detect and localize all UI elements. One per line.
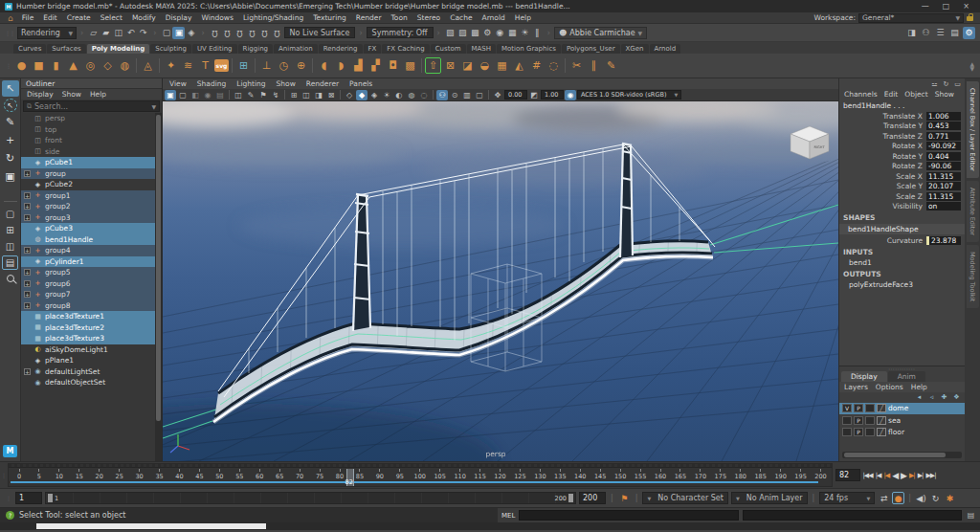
gamma-icon[interactable]: ◩ [528,90,540,100]
attribute-value-field[interactable]: -90.06 [926,162,961,170]
expand-toggle[interactable] [24,137,31,144]
outliner-item[interactable]: ▦ place3dTexture1 [21,311,155,322]
poly-cone-icon[interactable]: ▲ [65,57,81,74]
outliner-scrollbar[interactable] [155,113,162,461]
field-chart-icon[interactable]: ▥ [461,90,473,100]
expand-toggle[interactable] [24,357,31,364]
range-end-handle[interactable] [568,494,573,502]
expand-toggle[interactable] [24,148,31,155]
paint-selection-tool[interactable]: ✎ [2,114,19,130]
channel-attribute-row[interactable]: Rotate X -90.092 [839,142,965,152]
layer-tab-anim[interactable]: Anim [888,371,925,382]
attribute-name[interactable]: Scale Z [896,192,923,201]
use-lighting-icon[interactable]: ☀ [381,90,392,100]
menu-texturing[interactable]: Texturing [308,13,351,22]
outliner-search-input[interactable]: ⧉ Search... ▼ [23,100,160,112]
outliner-item[interactable]: ▦ place3dTexture2 [21,322,155,334]
image-plane-icon[interactable]: ▤ [214,90,226,100]
layout-single-icon[interactable]: ⊞ [288,90,300,100]
camera-attributes-icon[interactable]: ◧ [189,90,201,100]
auto-keyframe-toggle-icon[interactable]: ● [892,492,904,504]
layout-two-pane-button[interactable]: ◫ [2,239,18,254]
layer-menu-layers[interactable]: Layers [844,383,868,391]
shelf-tab-sculpting[interactable]: Sculpting [150,44,191,54]
sidebar-settings-icon[interactable]: ⚙ [963,27,975,39]
field-pop-icon[interactable]: ↯ [270,90,281,100]
user-account-chip[interactable]: ☻ Abbie Carmichae ▼ [554,27,647,39]
channel-attribute-row[interactable]: Curvature 23.878 [839,235,965,246]
cb-menu-object[interactable]: Object [904,90,927,99]
menu-render[interactable]: Render [351,13,387,22]
outliner-item[interactable]: ◫ side [21,146,155,158]
mel-label[interactable]: MEL [501,512,515,520]
render-view-icon[interactable]: ▧ [444,27,457,39]
shelf-tab-polygons-user[interactable]: Polygons_User [562,44,620,54]
move-layer-down-icon[interactable]: ◃ [927,393,936,402]
expand-toggle[interactable]: + [24,368,31,375]
channel-attribute-row[interactable]: Rotate Z -90.06 [839,162,965,172]
snap-to-grids-icon[interactable]: Ω [209,27,221,39]
attribute-name[interactable]: Scale X [896,172,923,181]
light-editor-icon[interactable]: ☀ [519,27,531,39]
workspace-lock-icon[interactable] [967,16,973,21]
panel-menu-lighting[interactable]: Lighting [236,79,265,88]
expand-toggle[interactable]: + [24,280,31,287]
outliner-item[interactable]: + + group8 [21,300,155,312]
filter-icon[interactable]: ▼ [151,103,156,110]
render-settings-icon[interactable]: ⚙ [481,27,494,39]
range-slider[interactable]: 1 200 [45,492,576,504]
range-start-handle[interactable] [48,494,53,502]
attribute-value-field[interactable]: 20.107 [926,182,961,190]
expand-toggle[interactable] [24,236,31,243]
expand-toggle[interactable]: + [24,247,31,254]
attribute-value-field[interactable]: 11.315 [926,192,961,201]
shelf-tab-custom[interactable]: Custom [431,44,466,54]
menu-arnold[interactable]: Arnold [478,13,510,22]
channel-attribute-row[interactable]: Scale Z 11.315 [839,191,965,202]
channel-attribute-row[interactable]: Scale Y 20.107 [839,182,965,192]
home-icon[interactable]: ⌂ [8,13,13,23]
attribute-value-field[interactable]: 0.771 [926,132,961,141]
timeline-track[interactable]: 0510152025303540455055606570758085909510… [8,463,833,487]
layer-row[interactable]: P ╱ floor [839,427,965,439]
modeling-toolkit-toggle-icon[interactable]: ▤ [948,27,961,39]
play-forwards-button[interactable]: ▶ [900,471,908,480]
expand-toggle[interactable] [24,159,31,166]
lasso-tool[interactable]: ↖ [4,99,17,112]
poly-plane-icon[interactable]: ◇ [100,57,116,74]
menu-cache[interactable]: Cache [445,13,477,22]
menu-stereo[interactable]: Stereo [412,13,445,22]
outliner-item[interactable]: ◈ pCube2 [21,179,155,190]
expand-toggle[interactable]: + [24,192,31,199]
outliner-item[interactable]: ◫ front [21,135,155,146]
new-empty-layer-icon[interactable]: ✚ [940,393,948,402]
tab-modeling-toolkit[interactable]: Modeling Toolkit [967,245,979,308]
layout-outliner-persp-button[interactable]: ▤ [2,255,18,270]
layer-tab-display[interactable]: Display [841,371,887,382]
mirror-icon[interactable]: ⊠ [442,57,458,74]
attribute-name[interactable]: Rotate X [892,142,923,150]
attribute-value-field[interactable]: 1.006 [926,112,961,121]
attribute-value-field[interactable]: -90.092 [926,142,961,150]
expand-toggle[interactable] [24,379,31,386]
flag-icon[interactable]: ⚑ [257,90,269,100]
attribute-name[interactable]: Rotate Z [892,162,923,170]
shelf-tab-mash[interactable]: MASH [467,44,497,54]
wedge-icon[interactable]: ◭ [511,57,527,74]
layer-display-type-box[interactable] [865,428,875,436]
menu-modify[interactable]: Modify [127,13,161,22]
attribute-name[interactable]: Scale Y [897,182,923,190]
outliner-item[interactable]: + + group6 [21,278,155,290]
shelf-grip[interactable]: ⋮ [6,62,11,69]
shelf-tab-curves[interactable]: Curves [13,44,46,54]
attribute-editor-toggle-icon[interactable]: ◨ [905,27,918,39]
menu-file[interactable]: File [17,13,39,22]
scale-tool[interactable]: ▣ [2,168,19,185]
render-current-frame-icon[interactable]: ▨ [457,27,469,39]
exposure-icon[interactable]: ✥ [492,90,503,100]
tool-settings-toggle-icon[interactable]: ⚇ [920,27,932,39]
channel-box-layer-toggle-icon[interactable]: ☰ [934,27,947,39]
tab-channel-box-layer-editor[interactable]: Channel Box / Layer Editor [967,81,979,178]
open-scene-icon[interactable]: ▰ [100,27,112,39]
boolean-union-icon[interactable]: ◖ [316,57,332,74]
